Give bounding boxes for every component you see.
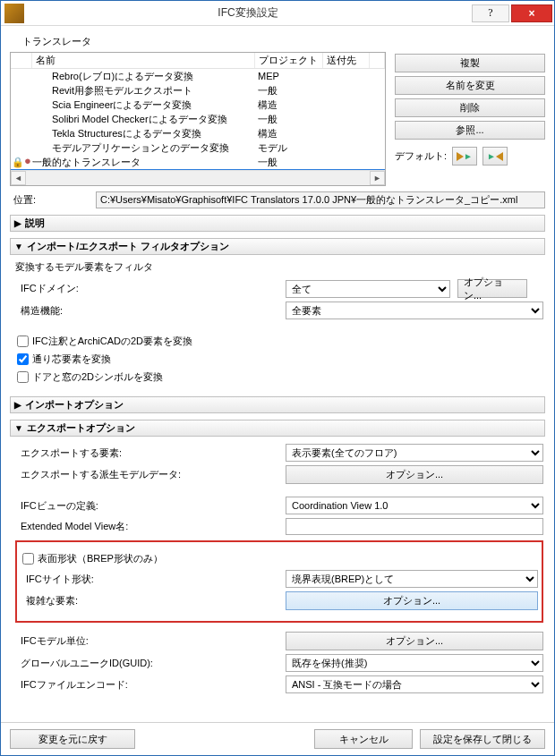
list-header: 名前 プロジェクト 送付先: [11, 53, 385, 69]
chk-annotations[interactable]: [17, 336, 29, 347]
table-row[interactable]: Scia Engineerによるデータ変換構造: [11, 98, 385, 112]
ifc-site-shape-label: IFCサイト形状:: [21, 573, 286, 586]
table-row[interactable]: Revit用参照モデルエクスポート一般: [11, 83, 385, 98]
location-label: 位置:: [10, 193, 90, 207]
h-scrollbar[interactable]: ◄ ►: [11, 170, 385, 185]
chk-door-window-label: ドアと窓の2Dシンボルを変換: [32, 370, 163, 384]
close-button[interactable]: ×: [511, 4, 552, 22]
chk-gridlines[interactable]: [17, 353, 29, 365]
struct-func-select[interactable]: 全要素: [286, 302, 543, 319]
table-row[interactable]: モデルアプリケーションとのデータ変換モデル: [11, 140, 385, 155]
location-field[interactable]: [96, 191, 545, 208]
export-elements-label: エクスポートする要素:: [15, 446, 286, 460]
complex-elements-options-button[interactable]: オプション...: [286, 591, 538, 610]
section-import[interactable]: ▶インポートオプション: [10, 396, 545, 413]
save-button[interactable]: 設定を保存して閉じる: [420, 729, 545, 749]
struct-func-label: 構造機能:: [15, 304, 286, 318]
col-name[interactable]: 名前: [32, 53, 255, 68]
duplicate-button[interactable]: 複製: [395, 54, 545, 72]
filter-intro: 変換するモデル要素をフィルタ: [15, 260, 543, 274]
col-dest[interactable]: 送付先: [323, 53, 370, 68]
guid-label: グローバルユニークID(GUID):: [15, 657, 286, 670]
revert-button[interactable]: 変更を元に戻す: [10, 729, 135, 749]
table-row[interactable]: 🔒●一般的なトランスレータ一般: [11, 155, 385, 169]
export-derived-options-button[interactable]: オプション...: [286, 465, 543, 484]
ifc-unit-label: IFCモデル単位:: [15, 634, 286, 648]
default-label: デフォルト:: [395, 149, 447, 163]
highlight-box: 表面形状（BREP形状のみ） IFCサイト形状: 境界表現(BREP)として 複…: [15, 540, 543, 623]
chk-annotations-label: IFC注釈とArchiCADの2D要素を変換: [32, 335, 192, 348]
chk-surface-brep-label: 表面形状（BREP形状のみ）: [38, 552, 163, 565]
col-project[interactable]: プロジェクト: [255, 53, 323, 68]
scroll-right-icon[interactable]: ►: [370, 171, 385, 185]
footer: 変更を元に戻す キャンセル 設定を保存して閉じる: [1, 722, 554, 755]
guid-select[interactable]: 既存を保持(推奨): [286, 654, 543, 672]
encoding-label: IFCファイルエンコード:: [15, 678, 286, 692]
export-elements-select[interactable]: 表示要素(全てのフロア): [286, 444, 543, 462]
translator-list[interactable]: 名前 プロジェクト 送付先 Rebro(レブロ)によるデータ変換MEPRevit…: [10, 52, 386, 186]
section-description[interactable]: ▶説明: [10, 215, 545, 232]
ifc-domain-select[interactable]: 全て: [286, 280, 450, 298]
delete-button[interactable]: 削除: [395, 98, 545, 117]
default-export-button[interactable]: ►: [482, 147, 508, 166]
translators-label: トランスレータ: [22, 35, 545, 48]
help-button[interactable]: ?: [472, 4, 509, 22]
table-row[interactable]: Solibri Model Checkerによるデータ変換一般: [11, 112, 385, 126]
ext-model-view-label: Extended Model View名:: [15, 520, 286, 533]
table-row[interactable]: Rebro(レブロ)によるデータ変換MEP: [11, 69, 385, 83]
ifc-view-label: IFCビューの定義:: [15, 499, 286, 513]
window-title: IFC変換設定: [24, 5, 472, 21]
cancel-button[interactable]: キャンセル: [314, 729, 413, 749]
ifc-site-shape-select[interactable]: 境界表現(BREP)として: [286, 570, 538, 588]
rename-button[interactable]: 名前を変更: [395, 76, 545, 95]
chk-door-window[interactable]: [17, 371, 29, 383]
default-import-button[interactable]: ►: [452, 147, 477, 166]
table-row[interactable]: 一般的なトランスレータ_コピー一般: [11, 169, 385, 170]
ext-model-view-input[interactable]: [286, 518, 543, 535]
domain-options-button[interactable]: オプション...: [457, 279, 527, 298]
ifc-unit-options-button[interactable]: オプション...: [286, 632, 543, 650]
complex-elements-label: 複雑な要素:: [21, 594, 286, 607]
table-row[interactable]: Tekla Structuresによるデータ変換構造: [11, 126, 385, 140]
ifc-domain-label: IFCドメイン:: [15, 282, 286, 295]
export-derived-label: エクスポートする派生モデルデータ:: [15, 468, 286, 481]
app-icon: [4, 4, 24, 23]
section-export[interactable]: ▼エクスポートオプション: [10, 420, 545, 437]
encoding-select[interactable]: ANSI - 互換モードの場合: [286, 675, 543, 693]
ifc-view-select[interactable]: Coordination View 1.0: [286, 497, 543, 514]
scroll-left-icon[interactable]: ◄: [11, 171, 26, 185]
section-filter[interactable]: ▼インポート/エクスポート フィルタオプション: [10, 238, 545, 255]
chk-surface-brep[interactable]: [22, 553, 34, 565]
chk-gridlines-label: 通り芯要素を変換: [32, 353, 111, 366]
titlebar: IFC変換設定 ? ×: [1, 1, 554, 26]
browse-button[interactable]: 参照...: [395, 121, 545, 140]
